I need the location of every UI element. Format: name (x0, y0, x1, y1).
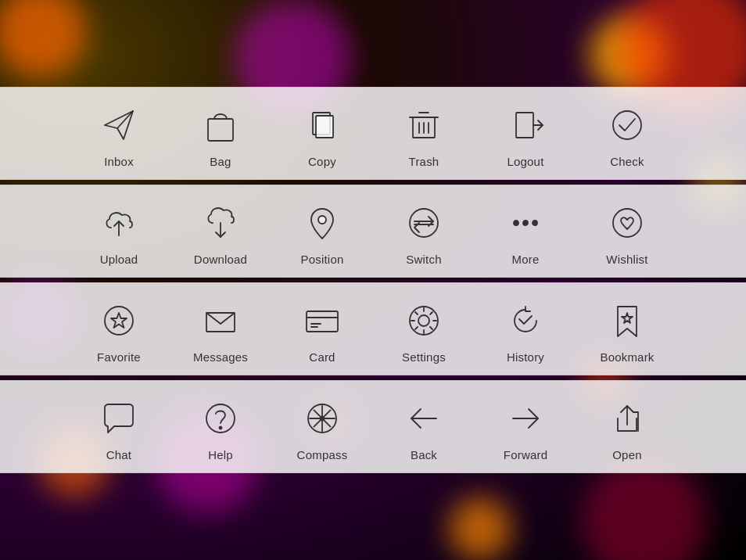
logout-item[interactable]: Logout (475, 102, 576, 168)
position-item[interactable]: Position (271, 199, 373, 266)
history-icon (502, 297, 549, 344)
favorite-icon (95, 297, 142, 344)
download-item[interactable]: Download (170, 199, 271, 266)
open-icon (604, 395, 651, 442)
svg-rect-24 (307, 311, 338, 332)
forward-item[interactable]: Forward (475, 395, 576, 461)
svg-point-17 (514, 221, 518, 225)
back-label: Back (411, 448, 437, 461)
help-item[interactable]: Help (170, 395, 271, 461)
icon-row-2: Upload Download Position (0, 185, 746, 278)
logout-icon (502, 102, 549, 149)
copy-item[interactable]: Copy (271, 102, 373, 168)
compass-item[interactable]: Compass (271, 395, 373, 461)
svg-point-40 (220, 427, 222, 429)
wishlist-label: Wishlist (606, 253, 647, 266)
card-icon (299, 297, 346, 344)
card-item[interactable]: Card (271, 297, 373, 364)
check-label: Check (610, 155, 644, 168)
inbox-item[interactable]: Inbox (68, 102, 170, 168)
messages-icon (197, 297, 244, 344)
svg-line-37 (430, 312, 432, 314)
settings-label: Settings (402, 350, 446, 364)
trash-icon (400, 102, 447, 149)
more-label: More (512, 253, 540, 266)
svg-rect-10 (516, 113, 533, 138)
svg-line-36 (415, 327, 418, 329)
svg-point-12 (613, 111, 641, 139)
compass-label: Compass (297, 448, 348, 461)
bookmark-item[interactable]: Bookmark (576, 297, 678, 364)
svg-point-16 (410, 209, 438, 237)
svg-line-35 (430, 327, 432, 329)
svg-point-46 (321, 417, 325, 421)
wishlist-item[interactable]: Wishlist (576, 199, 678, 266)
trash-item[interactable]: Trash (373, 102, 475, 168)
icon-row-1: Inbox Bag Copy (0, 87, 746, 180)
favorite-label: Favorite (97, 350, 141, 364)
bag-icon (197, 102, 244, 149)
check-item[interactable]: Check (576, 102, 678, 168)
more-icon (502, 199, 549, 246)
upload-item[interactable]: Upload (68, 199, 170, 266)
svg-point-29 (418, 315, 429, 326)
svg-point-15 (318, 216, 326, 224)
svg-marker-22 (111, 313, 127, 328)
check-icon (604, 102, 651, 149)
bag-label: Bag (210, 155, 231, 168)
wishlist-icon (604, 199, 651, 246)
open-item[interactable]: Open (576, 395, 678, 461)
back-item[interactable]: Back (373, 395, 475, 461)
help-label: Help (208, 448, 233, 461)
bookmark-label: Bookmark (600, 350, 654, 364)
bag-item[interactable]: Bag (170, 102, 271, 168)
upload-icon (95, 199, 142, 246)
bookmark-icon (604, 297, 651, 344)
switch-icon (400, 199, 447, 246)
inbox-icon (95, 102, 142, 149)
chat-label: Chat (106, 448, 132, 461)
download-label: Download (194, 253, 247, 266)
svg-marker-38 (622, 313, 633, 323)
help-icon (197, 395, 244, 442)
svg-point-20 (613, 209, 641, 237)
settings-item[interactable]: Settings (373, 297, 475, 364)
switch-label: Switch (406, 253, 441, 266)
svg-rect-1 (208, 119, 233, 141)
chat-icon (95, 395, 142, 442)
open-label: Open (612, 448, 642, 461)
svg-point-19 (533, 221, 537, 225)
card-label: Card (309, 350, 335, 364)
compass-icon (299, 395, 346, 442)
chat-item[interactable]: Chat (68, 395, 170, 461)
copy-label: Copy (308, 155, 336, 168)
position-label: Position (301, 253, 344, 266)
trash-label: Trash (409, 155, 439, 168)
copy-icon (299, 102, 346, 149)
svg-line-34 (415, 312, 418, 314)
favorite-item[interactable]: Favorite (68, 297, 170, 364)
logout-label: Logout (507, 155, 543, 168)
more-item[interactable]: More (475, 199, 576, 266)
icon-row-4: Chat Help Compass (0, 380, 746, 473)
messages-label: Messages (193, 350, 248, 364)
switch-item[interactable]: Switch (373, 199, 475, 266)
icon-grid: Inbox Bag Copy (0, 0, 746, 560)
icon-row-3: Favorite Messages Card (0, 282, 746, 375)
upload-label: Upload (100, 253, 138, 266)
svg-point-18 (523, 221, 528, 225)
inbox-label: Inbox (104, 155, 134, 168)
forward-icon (502, 395, 549, 442)
back-icon (400, 395, 447, 442)
history-item[interactable]: History (475, 297, 576, 364)
svg-rect-3 (316, 116, 333, 138)
settings-icon (400, 297, 447, 344)
svg-point-21 (105, 307, 133, 335)
download-icon (197, 199, 244, 246)
history-label: History (507, 350, 544, 364)
messages-item[interactable]: Messages (170, 297, 271, 364)
position-icon (299, 199, 346, 246)
forward-label: Forward (504, 448, 547, 461)
